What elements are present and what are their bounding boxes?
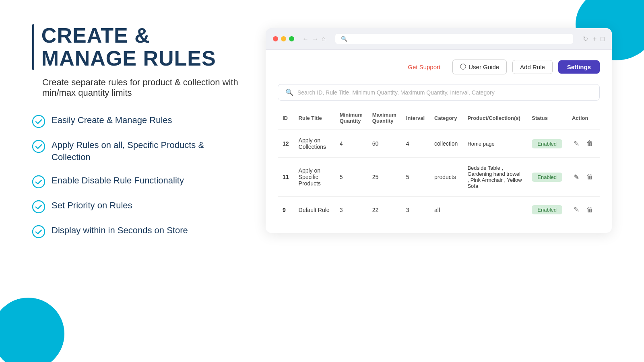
cell-min-qty: 4 [335,130,367,158]
browser-address-bar[interactable]: 🔍 [335,34,573,44]
status-badge: Enabled [532,205,562,214]
cell-title: Apply on Specific Products [294,158,335,197]
feature-item-f1: Easily Create & Manage Rules [32,114,242,128]
dot-red[interactable] [273,36,278,41]
dot-yellow[interactable] [281,36,286,41]
cell-action: ✎ 🗑 [567,130,600,158]
cell-max-qty: 60 [367,130,401,158]
check-icon [32,225,45,238]
cell-id: 12 [278,130,294,158]
svg-point-3 [33,201,45,213]
feature-text: Easily Create & Manage Rules [52,114,172,126]
col-min-qty: MinimumQuantity [335,108,367,130]
check-icon [32,115,45,128]
user-guide-button[interactable]: ⓘ User Guide [452,60,507,74]
col-title: Rule Title [294,108,335,130]
title-bar [32,24,34,70]
cell-id: 9 [278,197,294,223]
edit-button[interactable]: ✎ [572,138,581,150]
feature-text: Set Priority on Rules [52,200,132,212]
cell-id: 11 [278,158,294,197]
col-status: Status [527,108,567,130]
cell-interval: 5 [401,158,429,197]
help-icon: ⓘ [460,63,466,71]
cell-status: Enabled [527,130,567,158]
feature-text: Display within in Seconds on Store [52,224,188,237]
feature-item-f4: Set Priority on Rules [32,200,242,213]
feature-item-f3: Enable Disable Rule Functionality [32,175,242,188]
search-icon: 🔍 [341,36,347,42]
cell-title: Apply on Collections [294,130,335,158]
settings-button[interactable]: Settings [558,60,600,74]
check-icon [32,140,45,153]
cell-min-qty: 3 [335,197,367,223]
cell-products: Bedside Table , Gardening hand trowel , … [462,158,527,197]
action-buttons: ✎ 🗑 [572,204,595,216]
search-icon: 🔍 [285,88,293,96]
browser-mockup: ← → ⌂ 🔍 ↻ + □ Get Support [266,28,612,233]
features-list: Easily Create & Manage Rules Apply Rules… [32,114,242,238]
svg-point-4 [33,226,45,238]
feature-text: Enable Disable Rule Functionality [52,175,184,187]
home-icon[interactable]: ⌂ [322,35,326,43]
back-icon[interactable]: ← [302,35,309,43]
delete-button[interactable]: 🗑 [585,204,595,216]
cell-max-qty: 22 [367,197,401,223]
delete-button[interactable]: 🗑 [585,171,595,183]
bookmark-icon[interactable]: □ [601,35,605,43]
refresh-icon[interactable]: ↻ [583,35,588,43]
cell-products [462,197,527,223]
get-support-button[interactable]: Get Support [401,60,447,74]
page-subtitle: Create separate rules for product & coll… [42,77,242,98]
app-content: Get Support ⓘ User Guide Add Rule Settin… [266,50,612,233]
cell-interval: 4 [401,130,429,158]
cell-category: all [429,197,462,223]
edit-button[interactable]: ✎ [572,204,581,216]
cell-category: products [429,158,462,197]
search-bar[interactable]: 🔍 Search ID, Rule Title, Minimum Quantit… [278,84,600,101]
status-badge: Enabled [532,173,562,182]
col-products: Product/Collection(s) [462,108,527,130]
cell-action: ✎ 🗑 [567,158,600,197]
forward-icon[interactable]: → [312,35,318,43]
cell-max-qty: 25 [367,158,401,197]
cell-interval: 3 [401,197,429,223]
action-buttons: ✎ 🗑 [572,171,595,183]
svg-point-1 [33,140,45,152]
app-header: Get Support ⓘ User Guide Add Rule Settin… [278,60,600,74]
page-title-block: CREATE & MANAGE RULES [32,24,242,70]
table-row: 12 Apply on Collections 4 60 4 collectio… [278,130,600,158]
browser-dots [273,36,294,41]
svg-point-2 [33,176,45,188]
browser-bar: ← → ⌂ 🔍 ↻ + □ [266,28,612,50]
col-interval: Interval [401,108,429,130]
edit-button[interactable]: ✎ [572,171,581,183]
new-tab-icon[interactable]: + [593,35,597,43]
cell-min-qty: 5 [335,158,367,197]
cell-status: Enabled [527,158,567,197]
action-buttons: ✎ 🗑 [572,138,595,150]
table-row: 9 Default Rule 3 22 3 all Enabled ✎ 🗑 [278,197,600,223]
feature-item-f5: Display within in Seconds on Store [32,224,242,238]
col-max-qty: MaximumQuantity [367,108,401,130]
feature-item-f2: Apply Rules on all, Specific Products & … [32,139,242,163]
dot-green[interactable] [289,36,294,41]
browser-actions: + □ [593,35,605,43]
col-id: ID [278,108,294,130]
table-row: 11 Apply on Specific Products 5 25 5 pro… [278,158,600,197]
search-placeholder: Search ID, Rule Title, Minimum Quantity,… [297,89,495,96]
cell-products: Home page [462,130,527,158]
status-badge: Enabled [532,139,562,148]
browser-nav: ← → ⌂ [302,35,326,43]
cell-action: ✎ 🗑 [567,197,600,223]
add-rule-button[interactable]: Add Rule [512,60,553,74]
delete-button[interactable]: 🗑 [585,138,595,149]
rules-table: ID Rule Title MinimumQuantity MaximumQua… [278,108,600,223]
right-panel: ← → ⌂ 🔍 ↻ + □ Get Support [266,24,612,346]
check-icon [32,175,45,188]
cell-title: Default Rule [294,197,335,223]
col-action: Action [567,108,600,130]
check-icon [32,200,45,213]
col-category: Category [429,108,462,130]
cell-status: Enabled [527,197,567,223]
